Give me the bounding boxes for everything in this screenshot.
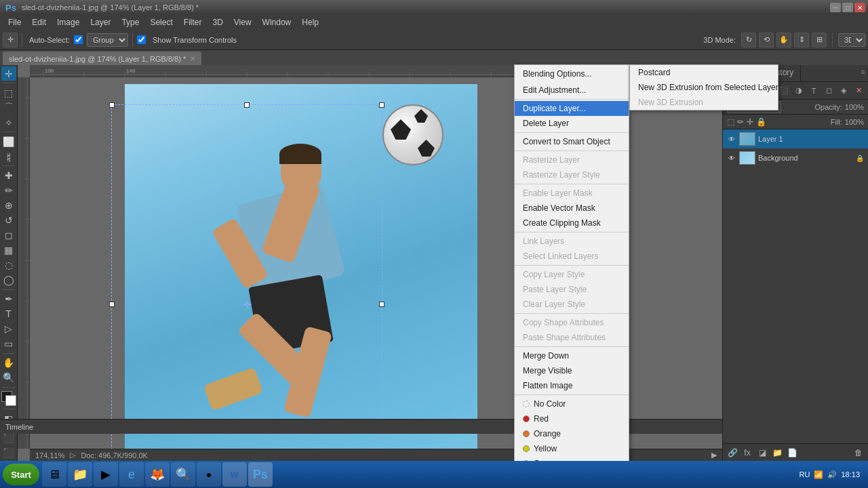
ctx-duplicate-layer[interactable]: Duplicate Layer... [515,101,629,116]
panel-options-icon[interactable]: ≡ [859,65,868,81]
dodge-tool[interactable]: ◯ [1,273,16,287]
path-tool[interactable]: ▷ [1,322,16,336]
filter-pixel[interactable]: ⬛ [777,84,791,98]
taskbar-ie[interactable]: e [119,462,144,487]
add-style-btn[interactable]: fx [741,446,754,460]
taskbar-explorer[interactable]: 🖥 [42,462,66,487]
move-tool-btn[interactable]: ✛ [3,33,18,47]
magic-wand-tool[interactable]: ✧ [1,115,16,129]
ctx-enable-vector-mask[interactable]: Enable Vector Mask [515,201,629,216]
3d-mode-select[interactable]: 3D [838,33,865,47]
link-layers-btn[interactable]: 🔗 [726,446,739,460]
zoom-tool[interactable]: 🔍 [1,371,16,385]
filter-adjust[interactable]: ◑ [792,84,806,98]
3d-rotate-btn[interactable]: ↻ [741,33,756,47]
taskbar-photoshop-active[interactable]: Ps [248,462,273,487]
ctx-no-color[interactable]: No Color [515,396,629,411]
eraser-tool[interactable]: ◻ [1,228,16,242]
new-group-btn[interactable]: 📁 [770,446,784,460]
menu-filter[interactable]: Filter [178,15,208,30]
start-button[interactable]: Start [3,464,39,485]
filter-smart[interactable]: ◈ [837,84,850,98]
menu-3d[interactable]: 3D [207,15,228,30]
autoselect-checkbox[interactable] [74,35,83,44]
ctx-red[interactable]: Red [515,411,629,426]
menu-help[interactable]: Help [296,15,324,30]
ctx-orange[interactable]: Orange [515,426,629,441]
ctx-convert-smart[interactable]: Convert to Smart Object [515,134,629,149]
hand-tool[interactable]: ✋ [1,356,16,370]
3d-roll-btn[interactable]: ⟲ [759,33,774,47]
filter-type[interactable]: T [807,84,821,98]
menu-type[interactable]: Type [116,15,144,30]
menu-view[interactable]: View [229,15,257,30]
yellow-label: Yellow [534,444,557,453]
menu-file[interactable]: File [3,15,26,30]
taskbar-folder[interactable]: 📁 [68,462,92,487]
layer-item-0[interactable]: 👁 Layer 1 [723,129,868,148]
shape-tool[interactable]: ▭ [1,337,16,351]
doc-tab[interactable]: sled-ot-dvizheniia-1.jpg @ 174% (Layer 1… [3,52,201,65]
taskbar-mediaplayer[interactable]: ▶ [94,462,118,487]
handle-tl[interactable] [109,102,115,108]
blur-tool[interactable]: ◌ [1,258,16,272]
menu-image[interactable]: Image [52,15,85,30]
layer-eye-1[interactable]: 👁 [727,153,736,163]
layer-eye-0[interactable]: 👁 [727,134,736,144]
ctx-new-3d-extrusion-selected[interactable]: New 3D Extrusion from Selected Layer [630,80,778,95]
lasso-tool[interactable]: ⌒ [1,100,16,115]
lock-paint-icon[interactable]: ✏ [737,117,744,127]
layer-item-1[interactable]: 👁 Background 🔒 [723,148,868,167]
lock-transparency-icon[interactable]: ⬚ [727,117,734,127]
taskbar-search[interactable]: 🔍 [171,462,195,487]
3d-slide-btn[interactable]: ⇕ [794,33,809,47]
clone-tool[interactable]: ⊕ [1,198,16,212]
ctx-edit-adjustment[interactable]: Edit Adjustment... [515,83,629,98]
3d-pan-btn[interactable]: ✋ [776,33,791,47]
doc-tab-close[interactable]: ✕ [190,55,195,62]
lock-position-icon[interactable]: ✛ [747,117,753,127]
brush-tool[interactable]: ✏ [1,183,16,197]
eyedropper-tool[interactable]: 𝄱 [1,149,16,163]
marquee-tool[interactable]: ⬚ [1,85,16,100]
handle-ml[interactable] [109,302,115,307]
taskbar-word[interactable]: W [222,462,247,487]
menu-window[interactable]: Window [257,15,297,30]
show-transform-checkbox[interactable] [137,35,146,44]
ctx-flatten-image[interactable]: Flatten Image [515,378,629,393]
gradient-tool[interactable]: ▦ [1,243,16,258]
filter-shape[interactable]: ◻ [822,84,835,98]
pen-tool[interactable]: ✒ [1,292,16,306]
heal-tool[interactable]: ✚ [1,168,16,182]
history-brush-tool[interactable]: ↺ [1,213,16,227]
tool-sep4 [3,289,15,290]
timeline-label[interactable]: Timeline [5,423,33,431]
close-button[interactable]: ✕ [854,3,865,12]
menu-layer[interactable]: Layer [85,15,116,30]
3d-object-btn[interactable]: ⬛ [1,445,16,460]
taskbar-chrome[interactable]: ● [197,462,221,487]
3d-scale-btn[interactable]: ⊞ [812,33,827,47]
ctx-delete-layer[interactable]: Delete Layer [515,116,629,131]
ctx-blending-options[interactable]: Blending Options... [515,65,629,83]
add-mask-btn[interactable]: ◪ [755,446,769,460]
delete-layer-btn[interactable]: 🗑 [852,446,865,460]
lock-all-icon[interactable]: 🔒 [756,117,766,127]
minimize-button[interactable]: ─ [830,3,841,12]
new-layer-btn[interactable]: 📄 [785,446,799,460]
autoselect-select[interactable]: Group Layer [87,33,128,47]
maximize-button[interactable]: □ [842,3,853,12]
crop-tool[interactable]: ⬜ [1,134,16,148]
taskbar-firefox[interactable]: 🦊 [145,462,170,487]
color-swatch[interactable] [1,391,16,405]
ctx-postcard[interactable]: Postcard [630,65,778,80]
menu-select[interactable]: Select [144,15,178,30]
move-tool[interactable]: ✛ [1,66,16,81]
menu-edit[interactable]: Edit [26,15,52,30]
type-tool[interactable]: T [1,307,16,321]
ctx-merge-down[interactable]: Merge Down [515,348,629,363]
filter-toggle[interactable]: ✕ [852,84,865,98]
ctx-create-clipping[interactable]: Create Clipping Mask [515,216,629,230]
ctx-yellow[interactable]: Yellow [515,441,629,456]
ctx-merge-visible[interactable]: Merge Visible [515,363,629,378]
